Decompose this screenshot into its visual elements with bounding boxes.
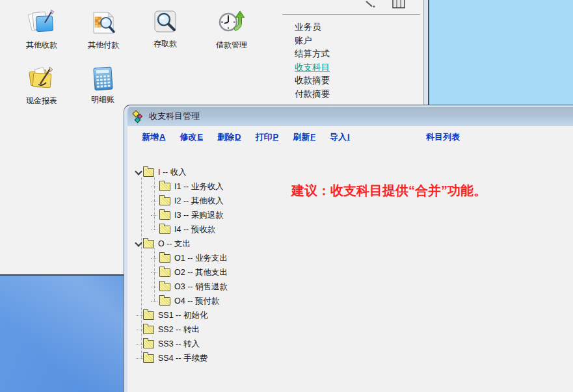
folder-icon	[143, 340, 154, 348]
chevron-down-icon[interactable]	[134, 239, 143, 248]
folder-icon	[143, 354, 154, 363]
tree-node-business-income[interactable]: I1 -- 业务收入	[134, 179, 228, 194]
folder-icon	[159, 226, 170, 234]
app-icon-cash-report[interactable]: 现金报表	[13, 64, 70, 107]
tree-node-advance-receipt[interactable]: I4 -- 预收款	[134, 222, 228, 237]
app-icon-label: 其他收款	[13, 40, 70, 51]
side-menu-separator	[282, 14, 420, 15]
app-icon-detail-ledger[interactable]: 明细账	[74, 64, 131, 105]
title-bar[interactable]: 收支科目管理	[127, 106, 573, 126]
print-button[interactable]: 打印P	[255, 131, 278, 143]
app-icon-label: 明细账	[74, 94, 131, 105]
tree-node-handling-fee[interactable]: SS4 -- 手续费	[134, 351, 228, 365]
side-menu-item-settlement-method[interactable]: 结算方式	[295, 47, 330, 61]
background-window-area	[429, 0, 573, 105]
folder-icon	[159, 268, 170, 277]
tree-node-business-expense[interactable]: O1 -- 业务支出	[134, 251, 228, 265]
deposit-magnifier-icon	[151, 8, 180, 37]
clipped-pen-icon[interactable]	[365, 0, 375, 8]
app-icon-deposit-withdraw[interactable]: 存取款	[137, 8, 194, 49]
folder-icon	[159, 211, 170, 220]
refresh-button[interactable]: 刷新F	[293, 131, 315, 143]
tree-node-initialization[interactable]: SS1 -- 初始化	[134, 308, 228, 322]
delete-button[interactable]: 删除D	[217, 131, 241, 143]
tree-node-other-expense[interactable]: O2 -- 其他支出	[134, 265, 228, 280]
subject-management-window: 收支科目管理 新增A 修改E 删除D 打印P 刷新F 导入I 科目列表 I --…	[124, 105, 573, 392]
subject-tree-area: I -- 收入 I1 -- 业务收入 I2 -- 其他收入 I3 -- 采购退款…	[127, 148, 573, 392]
folder-icon	[143, 168, 154, 177]
tree-node-transfer-out[interactable]: SS2 -- 转出	[134, 322, 228, 337]
side-menu-item-account[interactable]: 账户	[295, 34, 330, 48]
app-icon-loan-management[interactable]: 借款管理	[203, 8, 260, 51]
suggestion-annotation: 建议：收支科目提供“合并”功能。	[291, 182, 486, 200]
cash-report-folder-icon	[26, 64, 57, 94]
side-menu: 业务员 账户 结算方式 收支科目 收款摘要 付款摘要	[295, 21, 330, 101]
side-menu-item-income-expense-subjects[interactable]: 收支科目	[295, 61, 330, 75]
add-button[interactable]: 新增A	[142, 131, 165, 143]
tree-node-income[interactable]: I -- 收入	[134, 165, 228, 179]
folder-icon	[159, 254, 170, 263]
tree-node-advance-payment[interactable]: O4 -- 预付款	[134, 294, 228, 308]
tree-node-sales-refund[interactable]: O3 -- 销售退款	[134, 280, 228, 294]
subject-management-inner: 收支科目管理 新增A 修改E 删除D 打印P 刷新F 导入I 科目列表 I --…	[127, 106, 573, 392]
subject-list-label[interactable]: 科目列表	[426, 131, 460, 143]
folder-icon	[159, 197, 170, 205]
side-menu-item-receipt-summary[interactable]: 收款摘要	[295, 74, 330, 88]
app-icon-other-payments[interactable]: 其他付款	[75, 8, 132, 51]
folder-icon	[143, 326, 154, 334]
edit-button[interactable]: 修改E	[180, 131, 203, 143]
folder-icon	[143, 240, 154, 248]
app-icon-label: 存取款	[137, 38, 194, 49]
calculator-icon	[88, 64, 117, 93]
toolbar: 新增A 修改E 删除D 打印P 刷新F 导入I 科目列表	[127, 126, 573, 148]
folder-icon	[159, 183, 170, 191]
app-icon-other-receipts[interactable]: 其他收款	[13, 8, 70, 51]
clock-green-arrow-icon	[217, 8, 247, 38]
window-diamonds-icon	[133, 111, 145, 123]
screen: 其他收款 其他付款	[0, 0, 573, 392]
app-icon-label: 借款管理	[203, 40, 260, 51]
import-button[interactable]: 导入I	[330, 131, 350, 143]
payment-sheet-magnifier-icon	[88, 8, 118, 38]
app-icon-label: 其他付款	[75, 40, 132, 51]
chevron-down-icon[interactable]	[134, 168, 143, 177]
tree-node-transfer-in[interactable]: SS3 -- 转入	[134, 337, 228, 351]
folder-icon	[159, 283, 170, 291]
app-icon-label: 现金报表	[13, 96, 70, 107]
clipped-window-icon[interactable]	[392, 0, 406, 9]
receipt-note-icon	[27, 8, 57, 38]
window-title: 收支科目管理	[149, 111, 200, 122]
subject-tree: I -- 收入 I1 -- 业务收入 I2 -- 其他收入 I3 -- 采购退款…	[134, 165, 228, 365]
tree-node-expense[interactable]: O -- 支出	[134, 237, 228, 251]
tree-node-other-income[interactable]: I2 -- 其他收入	[134, 194, 228, 208]
folder-icon	[159, 297, 170, 306]
folder-icon	[143, 311, 154, 320]
side-menu-item-payment-summary[interactable]: 付款摘要	[295, 88, 330, 101]
side-menu-item-salesman[interactable]: 业务员	[295, 21, 330, 34]
tree-node-purchase-refund[interactable]: I3 -- 采购退款	[134, 208, 228, 222]
